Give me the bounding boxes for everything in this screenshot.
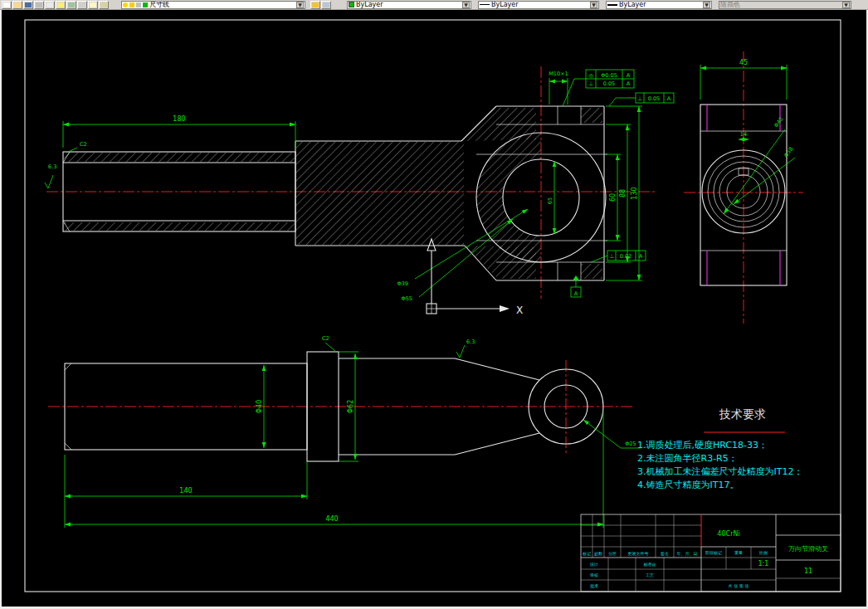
undo-icon [68, 2, 75, 7]
rev-header: 签名 [661, 551, 669, 557]
svg-text:⊥: ⊥ [609, 253, 614, 260]
cad-application-window: 尺寸线 ▼ ByLayer ▼ ByLayer ▼ ByLayer ▼ 随颜色 … [0, 0, 868, 609]
view-main-section: 180 C2 6.3 M10×1 ◎ Φ0.05 A [45, 66, 674, 302]
x-axis-arrow [500, 305, 510, 312]
match-properties-icon [312, 2, 319, 7]
redo-icon [79, 2, 85, 7]
scale-value: 1:1 [758, 560, 769, 568]
preview-button[interactable] [45, 1, 55, 9]
layers-dialog-button[interactable] [88, 1, 98, 9]
dim-65: 65 [547, 161, 554, 234]
chevron-down-icon[interactable]: ▼ [462, 2, 470, 8]
undo-button[interactable] [66, 1, 76, 9]
svg-text:M10×1: M10×1 [549, 71, 568, 77]
svg-text:65: 65 [547, 197, 553, 204]
svg-text:A: A [627, 80, 631, 87]
rev-header: 分区 [608, 551, 617, 556]
svg-text:0.05: 0.05 [648, 95, 660, 102]
fcf-top: ◎ Φ0.05 A ⊥ 0.05 A [563, 70, 634, 106]
svg-text:Φ58: Φ58 [783, 146, 794, 159]
view-end: 45 14 Φ40 Φ58 [684, 51, 803, 324]
color-combo[interactable]: ByLayer ▼ [347, 1, 471, 9]
dim-phi40: Φ40 [256, 365, 264, 448]
layer-color-chip [143, 2, 148, 7]
linetype-sample-icon [480, 4, 490, 5]
part-name: 万向节滑动叉 [788, 545, 828, 553]
role-label: 工艺 [646, 572, 654, 577]
tech-title: 技术要求 [719, 407, 766, 421]
chevron-down-icon[interactable]: ▼ [842, 2, 850, 8]
svg-text:130: 130 [631, 187, 638, 199]
svg-text:Φ39: Φ39 [397, 280, 408, 287]
role-label: 批准 [590, 583, 598, 589]
plot-style-combo[interactable]: 随颜色 ▼ [719, 1, 851, 9]
x-axis-label: X [516, 304, 523, 316]
redo-button[interactable] [77, 1, 87, 9]
svg-text:Φ40: Φ40 [256, 400, 263, 413]
make-layer-current-button[interactable] [99, 1, 109, 9]
svg-text:Φ0.05: Φ0.05 [601, 72, 617, 79]
roughness-icon [45, 175, 53, 188]
svg-text:A: A [627, 72, 631, 79]
roughness-icon-2 [456, 345, 465, 358]
chamfer-label-2: C2 [322, 335, 329, 342]
model-space-canvas[interactable]: 180 C2 6.3 M10×1 ◎ Φ0.05 A [2, 10, 866, 607]
chevron-down-icon[interactable]: ▼ [703, 2, 710, 8]
layer-thaw-sun-icon [129, 2, 134, 7]
new-doc-button[interactable] [2, 1, 12, 9]
svg-text:60: 60 [609, 193, 617, 202]
dim-140: 140 [65, 455, 307, 499]
svg-text:140: 140 [179, 487, 192, 495]
match-properties-button[interactable] [310, 1, 320, 9]
svg-text:0.02: 0.02 [620, 253, 631, 260]
layer-on-bulb-icon [123, 2, 128, 7]
spellcheck-icon [57, 2, 64, 7]
svg-text:14: 14 [740, 131, 747, 138]
layer-lock-icon [136, 2, 141, 7]
svg-text:Φ40: Φ40 [773, 116, 784, 129]
layer-current-icon [100, 2, 107, 7]
lineweight-combo-value: ByLayer [619, 2, 646, 8]
layer-combo[interactable]: 尺寸线 ▼ [121, 1, 305, 9]
title-block: 40CrNi 万向节滑动叉 11 阶段标记 重量 比例 1:1 共 张 第 张 … [581, 514, 841, 592]
new-doc-icon [3, 2, 10, 7]
open-file-button[interactable] [12, 1, 22, 9]
role-label: 审核 [590, 572, 598, 577]
datum-flag: A [571, 275, 581, 297]
role-label: 标准化 [643, 562, 656, 568]
weight-label: 重量 [734, 550, 743, 555]
drawing-frame [25, 20, 841, 592]
print-button[interactable] [34, 1, 44, 9]
chevron-down-icon[interactable]: ▼ [296, 2, 304, 8]
rev-header: 处数 [594, 551, 602, 557]
svg-text:180: 180 [173, 115, 185, 123]
fcf-right: ⊥ 0.05 A [609, 93, 674, 106]
dim-180: 180 [63, 115, 295, 148]
svg-text:⊥: ⊥ [637, 95, 642, 102]
linetype-combo[interactable]: ByLayer ▼ [478, 1, 599, 9]
layer-combo-value: 尺寸线 [149, 2, 169, 8]
tech-item: 3.机械加工未注偏差尺寸处精度为IT12； [637, 466, 802, 477]
color-combo-value: ByLayer [356, 2, 383, 8]
svg-text:A: A [639, 253, 643, 260]
layer-previous-button[interactable] [321, 1, 331, 9]
rev-header: 更改文件号 [628, 551, 649, 556]
svg-text:Φ25: Φ25 [625, 441, 636, 447]
lineweight-combo[interactable]: ByLayer ▼ [606, 1, 712, 9]
svg-text:⊥: ⊥ [588, 80, 593, 87]
plot-style-combo-value: 随颜色 [720, 2, 740, 8]
current-color-swatch [349, 2, 354, 7]
linetype-combo-value: ByLayer [491, 2, 519, 8]
tech-item: 2.未注圆角半径R3-R5； [637, 453, 738, 464]
chevron-down-icon[interactable]: ▼ [590, 2, 597, 8]
drawing-svg[interactable]: 180 C2 6.3 M10×1 ◎ Φ0.05 A [2, 10, 866, 607]
stage-label: 阶段标记 [705, 550, 722, 556]
save-button[interactable] [23, 1, 33, 9]
roughness-value-2: 6.3 [466, 339, 475, 345]
spell-button[interactable] [56, 1, 66, 9]
sheet-number: 11 [804, 568, 812, 575]
tech-item: 1.调质处理后,硬度HRC18-33； [637, 440, 768, 451]
lineweight-sample-icon [607, 4, 617, 6]
svg-text:45: 45 [739, 59, 748, 66]
tech-requirements: 技术要求 1.调质处理后,硬度HRC18-33； 2.未注圆角半径R3-R5； … [637, 407, 802, 490]
